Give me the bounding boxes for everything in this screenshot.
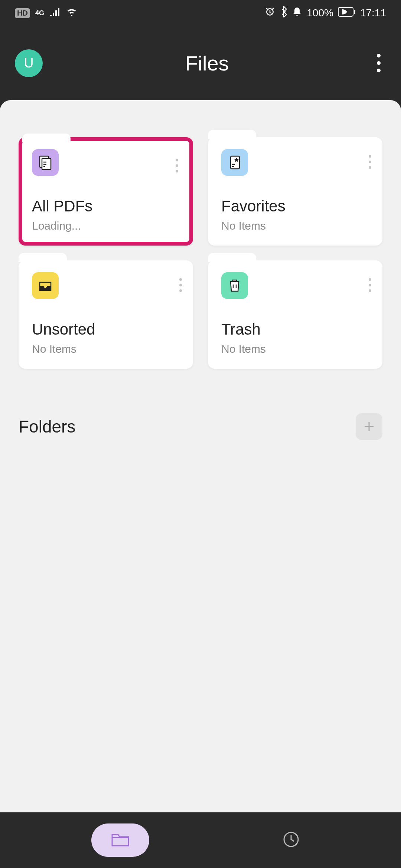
inbox-icon <box>32 272 59 299</box>
svg-rect-1 <box>354 10 355 14</box>
pdf-stack-icon <box>32 149 59 176</box>
card-title: Favorites <box>221 197 369 215</box>
folder-card-unsorted[interactable]: Unsorted No Items <box>19 260 193 369</box>
card-title: All PDFs <box>32 197 180 215</box>
nav-files-tab[interactable] <box>91 823 149 857</box>
section-title: Folders <box>19 417 75 437</box>
avatar-initial: U <box>24 55 34 71</box>
card-menu-button[interactable] <box>176 159 178 172</box>
svg-rect-4 <box>231 156 239 169</box>
status-right: 100% 17:11 <box>264 6 386 20</box>
bottom-nav <box>0 812 401 868</box>
network-type: 4G <box>35 9 44 17</box>
bluetooth-icon <box>280 6 287 20</box>
signal-icon <box>49 7 61 19</box>
hd-badge: HD <box>15 8 30 18</box>
card-subtitle: Loading... <box>32 220 180 232</box>
folders-section-header: Folders <box>19 413 382 440</box>
card-menu-button[interactable] <box>369 155 371 169</box>
avatar[interactable]: U <box>15 49 43 77</box>
clock-time: 17:11 <box>360 7 386 19</box>
clock-icon <box>283 831 300 849</box>
wifi-icon <box>66 7 78 19</box>
card-title: Unsorted <box>32 320 180 338</box>
battery-percent: 100% <box>307 7 333 19</box>
alarm-icon <box>264 6 276 20</box>
overflow-menu-button[interactable] <box>371 54 386 72</box>
battery-icon <box>338 7 356 19</box>
page-title: Files <box>185 51 229 75</box>
star-page-icon <box>221 149 248 176</box>
nav-recent-tab[interactable] <box>273 831 310 849</box>
card-subtitle: No Items <box>221 343 369 355</box>
folder-card-trash[interactable]: Trash No Items <box>208 260 382 369</box>
add-folder-button[interactable] <box>356 413 382 440</box>
card-menu-button[interactable] <box>369 278 371 292</box>
card-subtitle: No Items <box>221 220 369 232</box>
card-subtitle: No Items <box>32 343 180 355</box>
mute-icon <box>292 6 302 20</box>
status-bar: HD 4G 100% 17:11 <box>0 0 401 26</box>
trash-icon <box>221 272 248 299</box>
app-header: U Files <box>0 26 401 100</box>
folder-card-favorites[interactable]: Favorites No Items <box>208 137 382 246</box>
status-left: HD 4G <box>15 7 78 19</box>
folder-icon <box>111 832 130 849</box>
folder-card-all-pdfs[interactable]: All PDFs Loading... <box>19 137 193 246</box>
card-menu-button[interactable] <box>179 278 182 292</box>
content-sheet: All PDFs Loading... Favorites No Items <box>0 100 401 812</box>
cards-grid: All PDFs Loading... Favorites No Items <box>19 137 382 369</box>
card-title: Trash <box>221 320 369 338</box>
